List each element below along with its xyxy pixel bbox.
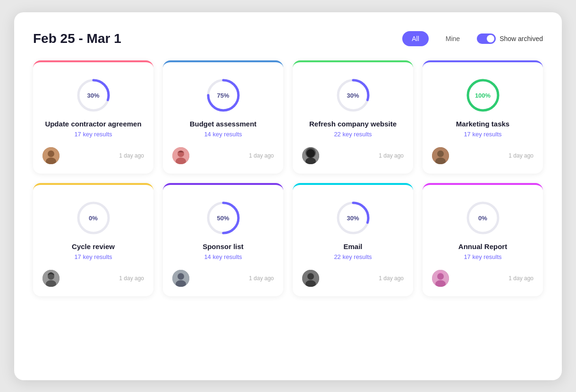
progress-text: 75% (217, 92, 229, 99)
card-title: Update contractor agreemen (45, 120, 141, 128)
card-footer: 1 day ago (42, 270, 144, 287)
progress-area: 0% (76, 201, 110, 235)
card-key-results[interactable]: 17 key results (464, 131, 501, 138)
progress-text: 30% (347, 92, 359, 99)
progress-ring: 0% (76, 201, 110, 235)
filter-mine-button[interactable]: Mine (436, 31, 469, 46)
progress-ring: 0% (466, 201, 500, 235)
card-time: 1 day ago (379, 275, 404, 282)
avatar (172, 270, 189, 287)
avatar (302, 147, 319, 164)
progress-text: 0% (89, 214, 98, 221)
progress-text: 30% (347, 214, 359, 221)
card-footer: 1 day ago (432, 147, 534, 164)
card-key-results[interactable]: 22 key results (334, 131, 372, 138)
card-time: 1 day ago (508, 152, 534, 159)
avatar (172, 147, 189, 164)
progress-text: 30% (87, 92, 99, 99)
show-archived-label: Show archived (500, 35, 543, 42)
avatar (302, 270, 319, 287)
card-title: Budget assessment (190, 120, 257, 128)
card-time: 1 day ago (249, 275, 274, 282)
cards-grid: 30% Update contractor agreemen 17 key re… (33, 60, 543, 296)
task-card[interactable]: 75% Budget assessment 14 key results 1 d… (163, 60, 283, 174)
svg-point-29 (178, 273, 184, 280)
header: Feb 25 - Mar 1 All Mine Show archived (33, 31, 543, 46)
card-footer: 1 day ago (302, 270, 404, 287)
card-footer: 1 day ago (302, 147, 404, 164)
progress-ring: 30% (76, 78, 110, 112)
card-title: Marketing tasks (456, 120, 509, 128)
card-key-results[interactable]: 17 key results (74, 131, 112, 138)
progress-area: 0% (466, 201, 500, 235)
card-time: 1 day ago (508, 275, 534, 282)
card-time: 1 day ago (379, 152, 404, 159)
progress-area: 100% (466, 78, 500, 112)
progress-area: 75% (206, 78, 240, 112)
page-title: Feb 25 - Mar 1 (33, 31, 121, 46)
progress-area: 30% (336, 78, 370, 112)
task-card[interactable]: 30% Refresh company website 22 key resul… (293, 60, 413, 174)
card-key-results[interactable]: 14 key results (204, 131, 242, 138)
card-time: 1 day ago (119, 152, 144, 159)
task-card[interactable]: 0% Cycle review 17 key results 1 day ago (33, 183, 153, 296)
card-key-results[interactable]: 17 key results (74, 253, 112, 260)
progress-area: 30% (336, 201, 370, 235)
progress-ring: 100% (466, 78, 500, 112)
card-key-results[interactable]: 17 key results (464, 253, 501, 260)
toggle-switch[interactable] (477, 33, 496, 44)
task-card[interactable]: 0% Annual Report 17 key results 1 day ag… (423, 183, 543, 296)
task-card[interactable]: 30% Email 22 key results 1 day ago (293, 183, 413, 296)
progress-text: 50% (217, 214, 229, 221)
card-footer: 1 day ago (432, 270, 534, 287)
task-card[interactable]: 30% Update contractor agreemen 17 key re… (33, 60, 153, 174)
progress-area: 50% (206, 201, 240, 235)
avatar (42, 147, 59, 164)
avatar (432, 147, 449, 164)
progress-ring: 50% (206, 201, 240, 235)
card-time: 1 day ago (249, 152, 274, 159)
progress-text: 0% (478, 214, 487, 221)
avatar (42, 270, 59, 287)
svg-point-39 (437, 273, 444, 280)
card-title: Annual Report (458, 242, 507, 250)
progress-ring: 75% (206, 78, 240, 112)
task-card[interactable]: 100% Marketing tasks 17 key results 1 da… (423, 60, 543, 174)
card-title: Email (343, 242, 362, 250)
avatar (432, 270, 449, 287)
card-title: Cycle review (72, 242, 115, 250)
card-footer: 1 day ago (172, 147, 274, 164)
card-key-results[interactable]: 14 key results (204, 253, 242, 260)
card-footer: 1 day ago (172, 270, 274, 287)
task-card[interactable]: 50% Sponsor list 14 key results 1 day ag… (163, 183, 283, 296)
filter-all-button[interactable]: All (402, 31, 429, 46)
progress-text: 100% (475, 92, 491, 99)
svg-point-15 (305, 148, 316, 158)
svg-point-34 (307, 273, 314, 280)
progress-area: 30% (76, 78, 110, 112)
svg-point-3 (48, 150, 54, 157)
show-archived-toggle[interactable]: Show archived (477, 33, 543, 44)
app-container: Feb 25 - Mar 1 All Mine Show archived 30… (14, 12, 562, 380)
svg-point-19 (437, 150, 444, 157)
card-title: Refresh company website (309, 120, 397, 128)
progress-ring: 30% (336, 201, 370, 235)
header-controls: All Mine Show archived (402, 31, 543, 46)
card-key-results[interactable]: 22 key results (334, 253, 372, 260)
card-title: Sponsor list (203, 242, 244, 250)
card-footer: 1 day ago (42, 147, 144, 164)
card-time: 1 day ago (119, 275, 144, 282)
progress-ring: 30% (336, 78, 370, 112)
